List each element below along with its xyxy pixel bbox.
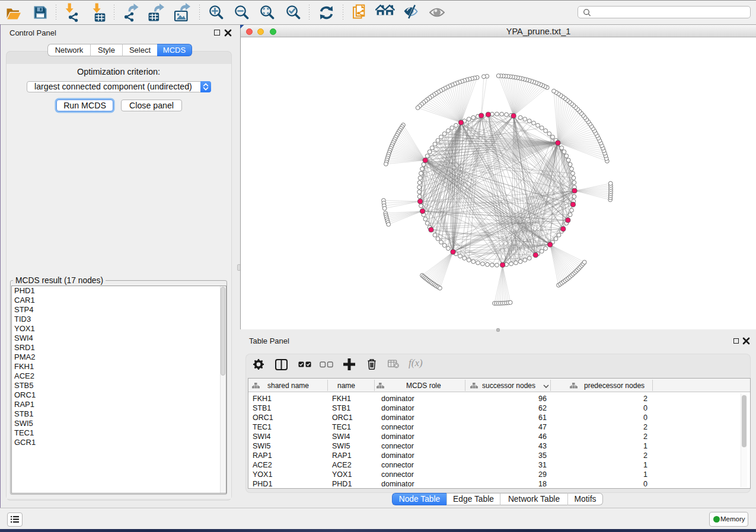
- svg-text:f(x): f(x): [409, 357, 423, 368]
